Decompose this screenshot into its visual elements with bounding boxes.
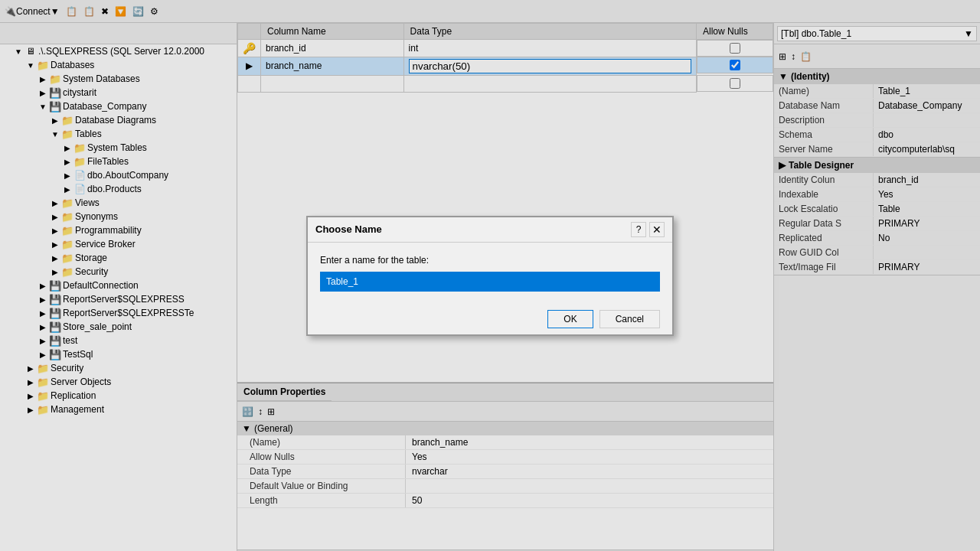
choose-name-dialog: Choose Name ? ✕ Enter a name for the tab… xyxy=(306,216,674,336)
cancel-button[interactable]: Cancel xyxy=(599,310,660,328)
dialog-overlay: Choose Name ? ✕ Enter a name for the tab… xyxy=(0,0,980,551)
dialog-footer: OK Cancel xyxy=(308,304,672,334)
dialog-body: Enter a name for the table: xyxy=(308,243,672,304)
dialog-close-button[interactable]: ✕ xyxy=(649,222,665,237)
dialog-controls: ? ✕ xyxy=(631,222,665,237)
dialog-help-button[interactable]: ? xyxy=(631,222,646,237)
dialog-description: Enter a name for the table: xyxy=(320,255,660,266)
dialog-titlebar: Choose Name ? ✕ xyxy=(308,217,672,243)
ok-button[interactable]: OK xyxy=(547,310,593,328)
table-name-input[interactable] xyxy=(320,272,660,292)
dialog-title: Choose Name xyxy=(315,223,382,235)
